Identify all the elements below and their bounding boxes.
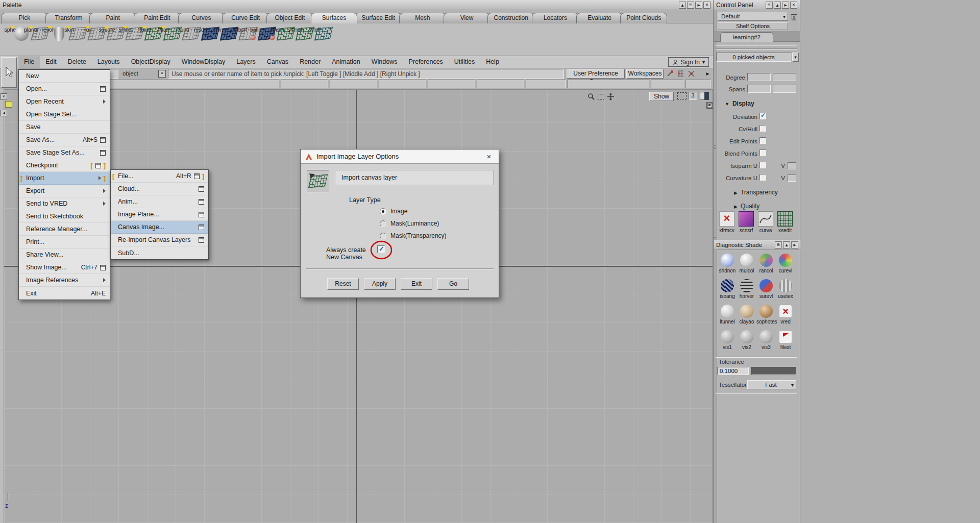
- menu-item-import-canvas-image[interactable]: Canvas Image...: [111, 221, 208, 234]
- shade-vis2[interactable]: vis2: [737, 330, 756, 350]
- shade-horver[interactable]: horver: [737, 279, 756, 299]
- tolerance-input[interactable]: [717, 367, 749, 375]
- tab-construction[interactable]: Construction: [487, 13, 534, 23]
- shelf-tab-learning2[interactable]: learning#2: [720, 32, 773, 42]
- dialog-close-icon[interactable]: [483, 152, 495, 161]
- tool-xfrmcv[interactable]: xfrmcv: [718, 211, 736, 233]
- promptline-expand-icon[interactable]: [703, 69, 712, 78]
- layer-indicator-icon[interactable]: [5, 101, 12, 108]
- prompt-input[interactable]: [168, 69, 564, 79]
- shade-ltunnel[interactable]: ltunnel: [718, 305, 737, 325]
- menu-item-save-as[interactable]: Save As... Alt+S: [19, 134, 110, 146]
- sign-in-button[interactable]: Sign In: [668, 57, 709, 67]
- workspaces-button[interactable]: Workspaces: [626, 69, 664, 79]
- picked-objects-dropdown-icon[interactable]: [792, 53, 799, 62]
- shade-usetex[interactable]: usetex: [776, 279, 795, 299]
- marquee-icon[interactable]: [677, 92, 687, 99]
- menu-item-import-anim[interactable]: Anim...: [111, 195, 208, 208]
- cvhull-checkbox[interactable]: [760, 125, 766, 132]
- frame-icon[interactable]: [597, 92, 605, 101]
- menu-item-import-subd[interactable]: SubD...: [111, 246, 208, 259]
- view-close-icon[interactable]: [1, 93, 7, 100]
- tool-xsedit[interactable]: xsedit: [776, 211, 794, 233]
- spans-field-2[interactable]: [773, 85, 796, 93]
- radio-mask-transparency[interactable]: Mask(Transparency): [380, 232, 447, 239]
- menu-edit[interactable]: Edit: [40, 56, 62, 68]
- tool-msdrft[interactable]: msdrft: [192, 26, 211, 33]
- shelf-preset-dropdown[interactable]: Default: [718, 12, 788, 21]
- tool-scnsrf[interactable]: scnsrf: [737, 211, 755, 233]
- menu-file[interactable]: File: [18, 56, 40, 68]
- history-cell[interactable]: [526, 80, 566, 88]
- shade-isoang[interactable]: isoang: [718, 279, 737, 299]
- history-cell[interactable]: [330, 80, 377, 88]
- menu-item-save[interactable]: Save: [19, 121, 110, 134]
- tab-curves[interactable]: Curves: [178, 13, 225, 23]
- menu-item-new[interactable]: New: [19, 70, 110, 83]
- shade-sophotes[interactable]: sophotes: [756, 305, 776, 325]
- shade-vis1[interactable]: vis1: [718, 330, 737, 350]
- tab-locators[interactable]: Locators: [532, 13, 579, 23]
- tool-sphere[interactable]: sphere: [3, 26, 22, 33]
- palette-menu-icon[interactable]: [687, 2, 694, 9]
- edit-points-checkbox[interactable]: [760, 137, 766, 144]
- shade-shdnon[interactable]: shdnon: [718, 254, 737, 273]
- current-tool-icon[interactable]: [1, 57, 17, 88]
- tool-skin[interactable]: skin: [60, 26, 79, 33]
- degree-field-2[interactable]: [773, 73, 796, 81]
- tab-surface-edit[interactable]: Surface Edit: [355, 13, 402, 23]
- menu-help[interactable]: Help: [480, 56, 505, 68]
- history-cell[interactable]: [281, 80, 328, 88]
- pane-toggle-icon[interactable]: [706, 102, 713, 109]
- menu-item-send-to-sketchbook[interactable]: Send to Sketchbook: [19, 210, 110, 223]
- tool-crvnet[interactable]: crvnet: [211, 26, 230, 33]
- tool-cmbsrf[interactable]: cmbsrf: [230, 26, 249, 33]
- axis-snap-icon[interactable]: [687, 69, 696, 78]
- shade-rancol[interactable]: rancol: [756, 254, 776, 273]
- curvature-u-checkbox[interactable]: [760, 174, 766, 181]
- shade-vred[interactable]: vred: [776, 305, 795, 325]
- user-preference-sets-button[interactable]: User Preference Sets: [567, 69, 625, 79]
- isoparm-v-field[interactable]: [788, 162, 796, 169]
- tool-srfmsh[interactable]: srfmsh: [286, 26, 305, 33]
- always-create-checkbox[interactable]: [377, 245, 385, 253]
- tool-stnsm[interactable]: stnsm: [267, 26, 286, 33]
- dialog-titlebar[interactable]: Import Image Layer Options: [301, 150, 499, 164]
- tool-flflan[interactable]: flflan: [154, 26, 173, 33]
- blend-points-checkbox[interactable]: [760, 150, 766, 156]
- menu-item-import-cloud[interactable]: Cloud...: [111, 183, 208, 195]
- menu-windows[interactable]: Windows: [366, 56, 403, 68]
- menu-item-import-file[interactable]: File... Alt+R: [111, 170, 208, 183]
- tool-srfillet[interactable]: srfillet: [116, 26, 135, 33]
- menu-item-open-recent[interactable]: Open Recent: [19, 95, 110, 108]
- menu-item-share-view[interactable]: Share View...: [19, 248, 110, 261]
- deviation-checkbox[interactable]: [760, 113, 766, 119]
- tab-surfaces[interactable]: Surfaces: [311, 13, 358, 23]
- shade-clayao[interactable]: clayao: [737, 305, 756, 325]
- menu-layouts[interactable]: Layouts: [92, 56, 126, 68]
- grid-count-field[interactable]: 3: [689, 92, 697, 100]
- menu-delete[interactable]: Delete: [62, 56, 92, 68]
- shade-filest[interactable]: filest: [776, 330, 795, 350]
- menu-preferences[interactable]: Preferences: [403, 56, 448, 68]
- history-cell[interactable]: [477, 80, 524, 88]
- radio-button-icon[interactable]: [380, 220, 386, 227]
- menu-item-open[interactable]: Open...: [19, 83, 110, 95]
- menu-utilities[interactable]: Utilities: [449, 56, 480, 68]
- history-cell[interactable]: [568, 80, 649, 88]
- zoom-icon[interactable]: [587, 92, 596, 101]
- palette-close-icon[interactable]: [703, 2, 710, 9]
- prompt-history-icon[interactable]: [158, 70, 166, 78]
- apply-button[interactable]: Apply: [364, 278, 396, 290]
- panel-collapse-icon[interactable]: [774, 2, 781, 9]
- tool-ballcrn[interactable]: ballcrn: [249, 26, 267, 33]
- palette-detach-icon[interactable]: [695, 2, 702, 9]
- trash-icon[interactable]: [790, 12, 798, 21]
- radio-button-icon[interactable]: [380, 208, 386, 215]
- menu-animation[interactable]: Animation: [326, 56, 366, 68]
- menu-item-print[interactable]: Print...: [19, 236, 110, 248]
- tolerance-slider[interactable]: [751, 367, 796, 375]
- shade-curevl[interactable]: curevl: [776, 254, 795, 273]
- shade-vis3[interactable]: vis3: [756, 330, 776, 350]
- menu-item-image-references[interactable]: Image References: [19, 274, 110, 287]
